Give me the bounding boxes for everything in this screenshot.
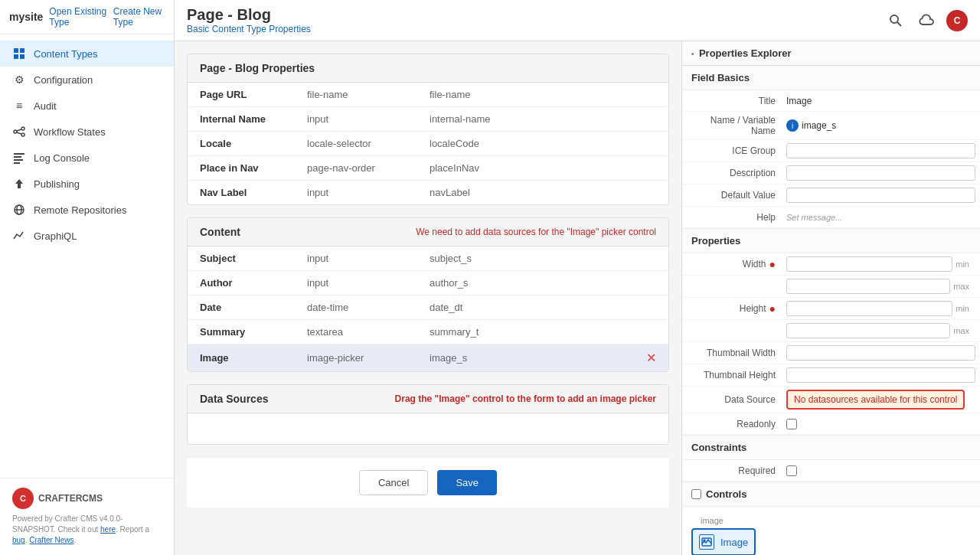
sidebar-top-bar: mysite Open Existing Type Create New Typ… — [0, 0, 174, 34]
user-settings-icon[interactable]: C — [946, 10, 968, 31]
delete-row-button[interactable]: ✕ — [646, 351, 656, 365]
table-row: Subject input subject_s — [188, 246, 668, 271]
svg-rect-10 — [14, 156, 21, 158]
news-link[interactable]: Crafter News — [29, 536, 74, 544]
sidebar-item-label: Remote Repositories — [34, 204, 126, 216]
sidebar-item-audit[interactable]: ≡ Audit — [0, 93, 174, 119]
datasource-warning: No datasources available for this contro… — [786, 390, 965, 410]
field-value-datasource: No datasources available for this contro… — [782, 387, 980, 413]
prop-variable: summary_t — [430, 326, 479, 338]
save-button[interactable]: Save — [437, 470, 497, 495]
page-blog-properties-section: Page - Blog Properties Page URL file-nam… — [187, 54, 669, 205]
info-icon[interactable]: i — [786, 119, 799, 132]
sidebar-item-content-types[interactable]: Content Types — [0, 41, 174, 67]
thumbnail-height-input[interactable] — [786, 367, 975, 383]
height-max-input[interactable] — [786, 323, 950, 338]
field-row-name: Name / Variable Name i image_s — [682, 112, 980, 140]
field-basics-section: Field Basics Title Image Name / Variable… — [682, 66, 980, 229]
here-link[interactable]: here — [100, 525, 116, 534]
height-input[interactable] — [786, 301, 952, 316]
field-row-required: Required — [682, 460, 980, 482]
sidebar-item-graphiql[interactable]: GraphiQL — [0, 223, 174, 249]
table-row: Summary textarea summary_t — [188, 320, 668, 344]
properties-table: Page URL file-name file-name Internal Na… — [188, 83, 668, 204]
field-value-text: image_s — [802, 120, 836, 131]
field-row-title: Title Image — [682, 90, 980, 112]
width-minus-icon[interactable]: ● — [769, 258, 776, 270]
search-icon[interactable] — [885, 10, 906, 31]
page-title: Page - Blog — [187, 6, 311, 24]
log-icon — [12, 151, 26, 165]
field-row-height: Height ● min — [682, 298, 980, 320]
field-value-desc — [782, 162, 980, 184]
height-minus-icon[interactable]: ● — [769, 302, 776, 315]
data-sources-body — [188, 413, 668, 444]
field-label-required: Required — [682, 462, 782, 479]
sidebar-item-publishing[interactable]: Publishing — [0, 171, 174, 197]
width-max-input[interactable] — [786, 279, 950, 294]
field-value-required — [782, 462, 980, 479]
prop-name: Locale — [200, 138, 307, 149]
svg-rect-11 — [14, 159, 23, 161]
field-value-height-max: max — [782, 320, 980, 341]
cloud-icon[interactable] — [916, 10, 937, 31]
field-label-help: Help — [682, 209, 782, 226]
image-control-item[interactable]: Image — [691, 528, 756, 555]
workflow-icon — [12, 125, 26, 139]
sidebar-item-label: Workflow States — [34, 126, 106, 138]
prop-type: textarea — [307, 326, 430, 338]
field-row-width-max: max — [682, 276, 980, 298]
svg-rect-9 — [14, 153, 24, 155]
field-label-desc: Description — [682, 165, 782, 181]
readonly-checkbox[interactable] — [786, 419, 797, 429]
field-value-ice — [782, 140, 980, 162]
prop-name: Summary — [200, 326, 307, 338]
nav-links: Open Existing Type Create New Type — [49, 6, 165, 28]
svg-line-7 — [17, 129, 21, 131]
field-label-readonly: Readonly — [682, 416, 782, 433]
svg-rect-0 — [14, 48, 18, 53]
field-value-name: i image_s — [782, 116, 980, 135]
prop-name: Subject — [200, 253, 307, 264]
sidebar-item-remote-repositories[interactable]: Remote Repositories — [0, 197, 174, 223]
sidebar-item-configuration[interactable]: ⚙ Configuration — [0, 67, 174, 93]
image-label: image — [691, 513, 971, 528]
open-existing-type-link[interactable]: Open Existing Type — [49, 6, 106, 28]
content-title: Content — [200, 226, 240, 238]
field-row-thumb-height: Thumbnail Height — [682, 364, 980, 387]
field-value-text: Image — [786, 96, 812, 106]
width-input[interactable] — [786, 256, 952, 272]
description-input[interactable] — [786, 165, 975, 181]
sidebar-item-log-console[interactable]: Log Console — [0, 145, 174, 171]
controls-checkbox[interactable] — [691, 489, 701, 499]
sidebar-menu: Content Types ⚙ Configuration ≡ Audit Wo… — [0, 34, 174, 478]
table-row: Author input author_s — [188, 271, 668, 295]
sidebar-item-workflow-states[interactable]: Workflow States — [0, 119, 174, 145]
list-icon: ≡ — [12, 99, 26, 113]
prop-variable: placeInNav — [430, 162, 479, 174]
field-label-height: Height ● — [682, 299, 782, 318]
field-value-readonly — [782, 416, 980, 433]
bug-link[interactable]: bug — [12, 536, 25, 544]
prop-name: Internal Name — [200, 113, 307, 125]
field-row-height-max: max — [682, 320, 980, 342]
thumbnail-width-input[interactable] — [786, 345, 975, 361]
field-label-datasource: Data Source — [682, 391, 782, 408]
required-checkbox[interactable] — [786, 465, 797, 476]
prop-name: Place in Nav — [200, 162, 307, 174]
breadcrumb[interactable]: Basic Content Type Properties — [187, 24, 311, 34]
panel-collapse-icon[interactable]: ▪ — [691, 49, 694, 58]
prop-type: input — [307, 187, 430, 198]
cancel-button[interactable]: Cancel — [359, 470, 428, 495]
field-label-title: Title — [682, 93, 782, 109]
create-new-type-link[interactable]: Create New Type — [113, 6, 165, 28]
data-sources-annotation: Drag the "Image" control to the form to … — [395, 393, 656, 404]
header-icons: C — [885, 10, 968, 31]
svg-point-16 — [890, 15, 898, 23]
prop-name: Date — [200, 302, 307, 313]
default-value-input[interactable] — [786, 188, 975, 203]
publish-icon — [12, 177, 26, 191]
prop-type: page-nav-order — [307, 162, 430, 174]
image-control-icon — [699, 534, 714, 550]
ice-group-input[interactable] — [786, 143, 975, 158]
